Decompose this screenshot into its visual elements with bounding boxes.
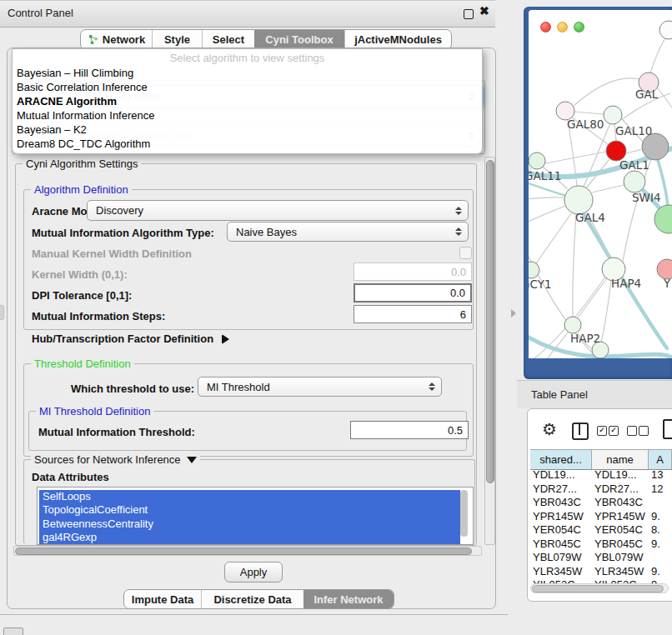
table-cell: 9. [649, 538, 672, 552]
collapse-arrow-icon [187, 457, 197, 463]
settings-vscrollbar-thumb[interactable] [486, 160, 494, 483]
settings-hscrollbar-thumb[interactable] [15, 548, 472, 555]
tab-select[interactable]: Select [202, 30, 254, 49]
network-node[interactable] [529, 152, 545, 169]
dpi-tolerance-label: DPI Tolerance [0,1]: [32, 289, 132, 302]
network-node[interactable] [604, 106, 622, 124]
apply-button[interactable]: Apply [224, 562, 283, 582]
mi-threshold-label: Mutual Information Threshold: [38, 426, 195, 438]
network-edge [529, 206, 565, 225]
network-node[interactable] [654, 205, 672, 233]
network-node[interactable] [564, 186, 593, 214]
node-label: GAL11 [529, 169, 561, 182]
table-cell: YDL19... [592, 468, 649, 482]
splitter-handle-left[interactable] [0, 305, 4, 320]
dropdown-item[interactable]: Basic Correlation Inference [13, 80, 482, 94]
unchecked-checkbox-icon[interactable] [627, 426, 637, 436]
table-cell: YBR043C [530, 496, 592, 510]
checked-checkbox-icon[interactable]: ✓ [597, 426, 607, 436]
column-header[interactable]: name [592, 450, 649, 469]
table-row[interactable]: YBL079WYBL079W [530, 551, 672, 565]
close-traffic-light-icon[interactable] [540, 22, 551, 32]
splitter-arrow-icon[interactable] [511, 309, 516, 318]
table-row[interactable]: YBR043CYBR043C [530, 496, 672, 510]
table-cell: YPR145W [592, 510, 649, 524]
mi-threshold-title: MI Threshold Definition [36, 405, 153, 418]
column-header[interactable]: shared... [530, 450, 592, 469]
table-row[interactable]: YER054CYER054C8. [530, 523, 672, 538]
table-row[interactable]: YLR345WYLR345W9. [530, 565, 672, 579]
table-header-row: shared...nameA [530, 449, 672, 470]
table-row[interactable]: YPR145WYPR145W9. [530, 510, 672, 524]
tab-cyni-toolbox[interactable]: Cyni Toolbox [254, 30, 344, 49]
which-threshold-combobox[interactable]: MI Threshold [198, 377, 442, 397]
corner-grip-button[interactable] [3, 628, 23, 635]
tab-style[interactable]: Style [152, 30, 202, 49]
tab-network[interactable]: Network [81, 30, 152, 49]
aracne-mode-combobox[interactable]: Discovery [87, 200, 469, 221]
node-label: GAL10 [615, 124, 652, 138]
document-icon[interactable] [663, 419, 672, 439]
dropdown-item[interactable]: Bayesian – K2 [13, 122, 482, 137]
list-scrollbar-thumb[interactable] [460, 490, 468, 537]
which-threshold-label: Which threshold to use: [71, 382, 194, 395]
network-node[interactable] [659, 21, 672, 39]
close-icon[interactable]: ✖ [479, 4, 489, 18]
network-canvas[interactable]: GALGAL80GAL10GAL1GAL11SWI4GAL4HAP4YGCY1H… [529, 10, 672, 358]
mi-algorithm-type-combobox[interactable]: Naive Bayes [227, 222, 469, 242]
data-attributes-list[interactable]: SelfLoopsTopologicalCoefficientBetweenne… [37, 487, 474, 545]
threshold-definition-title: Threshold Definition [31, 358, 134, 370]
zoom-traffic-light-icon[interactable] [574, 22, 584, 32]
dpi-tolerance-input[interactable]: 0.0 [354, 283, 472, 302]
list-item[interactable]: BetweennessCentrality [39, 518, 460, 531]
mi-steps-input[interactable]: 6 [354, 305, 472, 323]
list-item[interactable]: gal4RGexp [39, 531, 460, 544]
sources-group-title[interactable]: Sources for Network Inference [31, 453, 200, 466]
table-cell: YBL079W [592, 551, 649, 565]
table-cell: YPR145W [530, 510, 592, 524]
tab-jactivemnodules[interactable]: jActiveMNodules [344, 30, 451, 49]
checked-checkbox-icon[interactable]: ✓ [609, 426, 619, 436]
node-label: GAL [635, 88, 659, 101]
mi-algorithm-type-label: Mutual Information Algorithm Type: [32, 227, 214, 239]
tab-infer-network[interactable]: Infer Network [303, 590, 394, 608]
application-window: Control Panel ✖ NetworkStyleSelectCyni T… [0, 0, 672, 635]
network-node[interactable] [564, 317, 581, 333]
table-panel-titlebar: Table Panel [517, 380, 672, 408]
network-node[interactable] [529, 262, 539, 278]
table-row[interactable]: YDL19...YDL19...13 [530, 468, 672, 482]
manual-kernel-width-checkbox[interactable] [459, 247, 472, 259]
kernel-width-input[interactable]: 0.0 [354, 262, 472, 281]
combo-spinner-icon [455, 228, 462, 236]
network-edge [578, 278, 607, 318]
network-node[interactable] [624, 171, 645, 192]
network-edge [573, 214, 576, 317]
table-hscrollbar-thumb[interactable] [532, 585, 664, 592]
table-body: YDL19...YDL19...13YDR27...YDR27...12YBR0… [530, 468, 672, 592]
table-row[interactable]: YBR045CYBR045C9. [530, 538, 672, 552]
table-row[interactable]: YDR27...YDR27...12 [530, 482, 672, 497]
minimize-traffic-light-icon[interactable] [557, 22, 568, 32]
tab-discretize-data[interactable]: Discretize Data [201, 590, 303, 608]
columns-icon[interactable] [572, 422, 589, 440]
gear-icon[interactable]: ⚙ [542, 421, 557, 438]
algorithm-dropdown-list: Bayesian – Hill ClimbingBasic Correlatio… [13, 66, 482, 151]
dropdown-item[interactable]: Mutual Information Inference [13, 108, 482, 122]
tab-impute-data[interactable]: Impute Data [124, 590, 201, 608]
unchecked-checkbox-icon[interactable] [639, 426, 649, 436]
column-header[interactable]: A [649, 450, 672, 469]
list-item[interactable]: TopologicalCoefficient [39, 503, 460, 517]
mi-threshold-input[interactable]: 0.5 [350, 421, 469, 439]
dropdown-item[interactable]: Dream8 DC_TDC Algorithm [13, 137, 482, 151]
node-label: Y [663, 277, 671, 290]
float-panel-icon[interactable] [464, 9, 474, 19]
dropdown-item[interactable]: Bayesian – Hill Climbing [13, 66, 482, 80]
dropdown-item[interactable]: ARACNE Algorithm [13, 94, 482, 108]
table-cell: 9. [649, 565, 672, 579]
table-cell: YBR045C [592, 538, 649, 552]
hub-definition-expander[interactable]: Hub/Transcription Factor Definition [32, 332, 229, 345]
list-item[interactable]: SelfLoops [39, 490, 460, 503]
table-cell: 9. [649, 510, 672, 524]
node-label: GAL80 [567, 118, 604, 131]
table-cell: 8. [649, 523, 672, 538]
